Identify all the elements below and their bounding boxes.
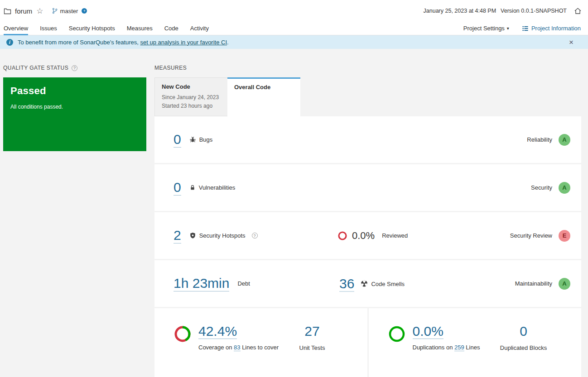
coverage-main: 42.4% Coverage on 83 Lines to cover bbox=[198, 324, 279, 377]
code-smells-count-link[interactable]: 36 bbox=[339, 276, 354, 291]
nav-tab-security-hotspots[interactable]: Security Hotspots bbox=[69, 22, 115, 35]
reliability-rating-badge[interactable]: A bbox=[559, 134, 570, 146]
debt-label-group: Debt bbox=[237, 280, 250, 287]
quality-gate-section: QUALITY GATE STATUS ? Passed All conditi… bbox=[3, 65, 146, 151]
duplications-desc-suffix: Lines bbox=[464, 344, 480, 351]
reviewed-percentage: 0.0% bbox=[352, 230, 375, 242]
hotspots-reviewed-group: 0.0% Reviewed bbox=[337, 230, 408, 242]
favorite-star-icon[interactable]: ☆ bbox=[36, 7, 43, 15]
tab-overall-code[interactable]: Overall Code bbox=[227, 77, 300, 116]
bugs-row: 0 Bugs bbox=[154, 116, 581, 163]
overall-code-tab-label: Overall Code bbox=[234, 84, 294, 91]
branch-status-badge: + bbox=[82, 8, 87, 14]
project-nav: Overview Issues Security Hotspots Measur… bbox=[0, 22, 588, 35]
home-icon[interactable] bbox=[574, 7, 582, 14]
nav-tab-overview[interactable]: Overview bbox=[4, 22, 28, 35]
branch-name: master bbox=[60, 8, 78, 14]
coverage-description: Coverage on 83 Lines to cover bbox=[198, 344, 279, 351]
duplications-main: 0.0% Duplications on 259 Lines bbox=[413, 324, 480, 377]
reviewed-ring-icon bbox=[337, 231, 347, 241]
help-icon[interactable]: ? bbox=[252, 233, 258, 239]
project-name[interactable]: forum bbox=[15, 7, 32, 15]
project-information-button[interactable]: Project Information bbox=[522, 25, 581, 32]
coverage-desc-suffix: Lines to cover bbox=[241, 344, 279, 351]
duplications-description: Duplications on 259 Lines bbox=[413, 344, 480, 351]
security-review-rating-badge[interactable]: E bbox=[559, 230, 570, 242]
measures-tabs: New Code Since January 24, 2023 Started … bbox=[154, 77, 581, 116]
maintainability-row: 1h 23min Debt 36 bbox=[154, 260, 581, 307]
hotspots-count-link[interactable]: 2 bbox=[174, 228, 181, 243]
banner-text-suffix: . bbox=[227, 39, 229, 46]
project-version: Version 0.0.1-SNAPSHOT bbox=[501, 8, 567, 14]
bug-icon bbox=[189, 136, 196, 143]
nav-tabs: Overview Issues Security Hotspots Measur… bbox=[4, 22, 209, 35]
duplicated-blocks-count: 0 bbox=[492, 324, 555, 339]
help-icon[interactable]: ? bbox=[72, 65, 77, 71]
unit-tests-count: 27 bbox=[280, 324, 344, 339]
measures-title: MEASURES bbox=[154, 65, 581, 71]
close-icon[interactable]: × bbox=[569, 38, 582, 46]
duplicated-blocks-label: Duplicated Blocks bbox=[492, 344, 555, 351]
project-settings-label: Project Settings bbox=[463, 25, 505, 32]
top-bar-left: forum ☆ master + bbox=[4, 7, 87, 15]
ci-setup-banner: i To benefit from more of SonarQube's fe… bbox=[0, 35, 588, 49]
vulnerabilities-count-link[interactable]: 0 bbox=[174, 180, 181, 196]
quality-gate-status-card: Passed All conditions passed. bbox=[3, 77, 146, 151]
duplications-ring-icon bbox=[388, 325, 406, 343]
code-smells-label-group: Code Smells bbox=[361, 280, 405, 287]
bugs-label: Bugs bbox=[199, 136, 213, 143]
debt-label: Debt bbox=[237, 280, 250, 287]
nav-tab-measures[interactable]: Measures bbox=[127, 22, 153, 35]
coverage-donut-icon bbox=[174, 325, 192, 343]
overview-content: QUALITY GATE STATUS ? Passed All conditi… bbox=[0, 49, 588, 377]
measures-section: MEASURES New Code Since January 24, 2023… bbox=[154, 65, 581, 377]
tab-new-code[interactable]: New Code Since January 24, 2023 Started … bbox=[154, 77, 227, 116]
quality-gate-title: QUALITY GATE STATUS bbox=[3, 65, 68, 71]
code-smell-icon bbox=[361, 280, 368, 287]
new-code-since: Since January 24, 2023 bbox=[162, 93, 221, 102]
maintainability-rating-badge[interactable]: A bbox=[559, 278, 570, 290]
new-code-tab-label: New Code bbox=[162, 83, 221, 90]
nav-tab-code[interactable]: Code bbox=[164, 22, 178, 35]
security-label: Security bbox=[531, 184, 552, 191]
lock-icon bbox=[189, 184, 196, 191]
code-smells-group: 36 Code Smells bbox=[339, 276, 405, 291]
debt-link[interactable]: 1h 23min bbox=[174, 276, 229, 291]
bugs-count-link[interactable]: 0 bbox=[174, 132, 181, 148]
vulnerabilities-row: 0 Vulnerabilities Security A bbox=[154, 164, 581, 211]
quality-gate-title-row: QUALITY GATE STATUS ? bbox=[3, 65, 146, 71]
reliability-label: Reliability bbox=[527, 136, 552, 143]
new-code-started: Started 23 hours ago bbox=[162, 102, 221, 110]
code-smells-label: Code Smells bbox=[371, 280, 405, 287]
nav-tab-activity[interactable]: Activity bbox=[190, 22, 209, 35]
vulnerabilities-label: Vulnerabilities bbox=[199, 184, 235, 191]
ci-setup-link[interactable]: set up analysis in your favorite CI bbox=[140, 39, 227, 46]
git-branch-icon bbox=[52, 8, 58, 14]
project-settings-dropdown[interactable]: Project Settings ▾ bbox=[463, 25, 509, 32]
new-code-tab-subtitle: Since January 24, 2023 Started 23 hours … bbox=[162, 93, 221, 110]
quality-gate-status: Passed bbox=[10, 85, 139, 97]
security-rating-badge[interactable]: A bbox=[559, 182, 570, 194]
quality-gate-detail: All conditions passed. bbox=[10, 104, 139, 110]
top-bar: forum ☆ master + January 25, 2023 at 4:4… bbox=[0, 0, 588, 22]
security-review-group: Security Review E bbox=[510, 230, 570, 242]
project-qualifier-icon bbox=[4, 8, 11, 14]
duplicated-lines-link[interactable]: 259 bbox=[454, 344, 464, 351]
lines-to-cover-link[interactable]: 83 bbox=[234, 344, 240, 351]
hotspots-label-group: Security Hotspots ? bbox=[189, 232, 258, 239]
page: forum ☆ master + January 25, 2023 at 4:4… bbox=[0, 0, 588, 377]
analysis-timestamp: January 25, 2023 at 4:48 PM bbox=[424, 8, 496, 14]
banner-text: To benefit from more of SonarQube's feat… bbox=[18, 39, 229, 46]
nav-tab-issues[interactable]: Issues bbox=[40, 22, 57, 35]
info-icon: i bbox=[6, 39, 13, 46]
duplications-percentage-link[interactable]: 0.0% bbox=[413, 324, 443, 339]
duplications-card: 0.0% Duplications on 259 Lines 0 Duplica… bbox=[369, 308, 582, 377]
duplicated-blocks-group: 0 Duplicated Blocks bbox=[492, 324, 555, 351]
reviewed-label: Reviewed bbox=[382, 232, 408, 239]
vulnerabilities-label-group: Vulnerabilities bbox=[189, 184, 235, 191]
bugs-label-group: Bugs bbox=[189, 136, 213, 143]
hotspots-label: Security Hotspots bbox=[199, 232, 246, 239]
coverage-card: 42.4% Coverage on 83 Lines to cover 27 U… bbox=[154, 308, 367, 377]
duplications-desc-prefix: Duplications on bbox=[413, 344, 455, 351]
coverage-percentage-link[interactable]: 42.4% bbox=[198, 324, 237, 339]
